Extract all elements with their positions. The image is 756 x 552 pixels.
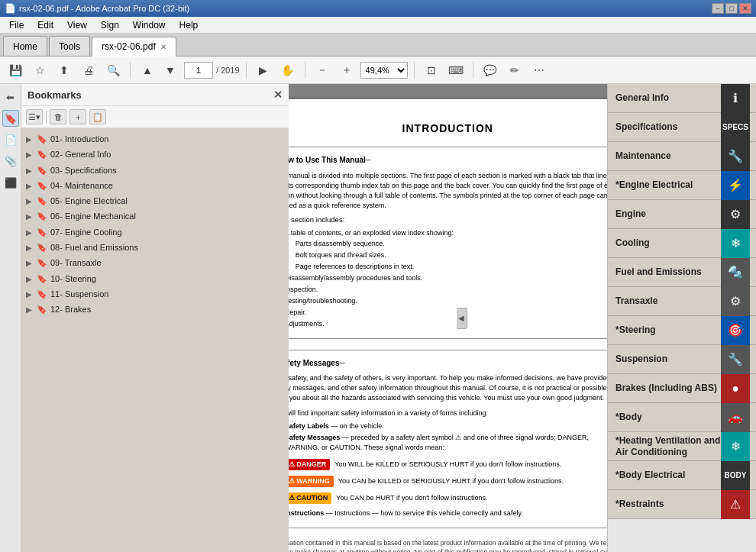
more-button[interactable]: ⋯	[528, 60, 550, 80]
sidebar-attach-button[interactable]: 📎	[2, 153, 19, 169]
warning-text: You CAN be KILLED or SERIOUSLY HURT if y…	[338, 476, 564, 486]
right-section-suspension[interactable]: Suspension 🔧	[608, 345, 756, 374]
title-bar-controls[interactable]: – □ ✕	[712, 3, 751, 14]
right-section-maintenance[interactable]: Maintenance 🔧	[608, 142, 756, 171]
print-button[interactable]: 🖨	[78, 60, 99, 80]
sidebar-bookmark-button[interactable]: 🔖	[2, 110, 19, 127]
how-to-use-box: ─How to Use This Manual─ This manual is …	[289, 147, 608, 339]
prev-page-button[interactable]: ▲	[137, 60, 158, 80]
bookmarks-close-button[interactable]: ✕	[273, 89, 283, 101]
sidebar-layers-button[interactable]: ⬛	[2, 174, 19, 191]
bm-properties-button[interactable]: 📋	[89, 109, 106, 124]
menu-sign[interactable]: Sign	[95, 18, 125, 32]
bookmark-item-4[interactable]: ▶ 🔖 04- Maintenance	[21, 178, 289, 193]
tab-tools-label: Tools	[59, 41, 80, 52]
sidebar-pages-button[interactable]: 📄	[2, 131, 19, 148]
sidebar: ⬅ 🔖 📄 📎 ⬛ Bookmarks ✕ ☰▾ 🗑 ＋ 📋 ▶ 🔖 01	[0, 84, 289, 552]
bookmark-item-5[interactable]: ▶ 🔖 05- Engine Electrical	[21, 193, 289, 208]
bm-item-label: 03- Specifications	[50, 165, 117, 176]
bookmark-item-7[interactable]: ▶ 🔖 07- Engine Cooling	[21, 224, 289, 240]
right-section-transaxle[interactable]: Transaxle ⚙	[608, 287, 756, 316]
next-page-button[interactable]: ▼	[160, 60, 181, 80]
save-button[interactable]: 💾	[5, 60, 26, 80]
menu-bar: File Edit View Sign Window Help	[0, 17, 756, 34]
select-tool-button[interactable]: ▶	[253, 60, 274, 80]
bm-chevron: ▶	[26, 212, 34, 221]
bm-bookmark-icon: 🔖	[37, 274, 47, 284]
tab-bar: Home Tools rsx-02-06.pdf ✕	[0, 34, 756, 56]
zoom-select[interactable]: 49,4% 25% 50% 75% 100% 150% 200%	[360, 62, 408, 79]
bm-add-button[interactable]: ＋	[69, 109, 86, 124]
rotate-button[interactable]: ⌨	[445, 60, 467, 80]
tab-home[interactable]: Home	[3, 36, 47, 56]
bookmark-button[interactable]: ☆	[29, 60, 50, 80]
menu-window[interactable]: Window	[127, 18, 172, 32]
close-button[interactable]: ✕	[739, 3, 751, 14]
menu-file[interactable]: File	[3, 18, 30, 32]
right-section-label-steering: *Steering	[608, 324, 721, 335]
bookmark-item-3[interactable]: ▶ 🔖 03- Specifications	[21, 163, 289, 178]
bm-item-label: 07- Engine Cooling	[50, 227, 122, 237]
right-section-brakes[interactable]: Brakes (Including ABS) ●	[608, 374, 756, 403]
fit-page-button[interactable]: ⊡	[421, 60, 442, 80]
right-section-label-brakes: Brakes (Including ABS)	[608, 383, 721, 393]
right-section-engine[interactable]: Engine ⚙	[608, 200, 756, 229]
right-section-body[interactable]: *Body 🚗	[608, 403, 756, 432]
zoom-out-button[interactable]: －	[312, 60, 333, 80]
maximize-button[interactable]: □	[725, 3, 738, 14]
page-number-input[interactable]	[184, 62, 213, 79]
app-icon: 📄	[5, 3, 16, 14]
bm-item-label: 02- General Info	[50, 149, 111, 160]
menu-help[interactable]: Help	[173, 18, 205, 32]
section-item-3: Inspection.	[289, 285, 608, 295]
bookmark-item-11[interactable]: ▶ 🔖 11- Suspension	[21, 286, 289, 302]
tab-pdf[interactable]: rsx-02-06.pdf ✕	[92, 37, 176, 56]
right-section-icon-fuel-emissions: 🔩	[721, 258, 750, 287]
bookmark-item-10[interactable]: ▶ 🔖 10- Steering	[21, 271, 289, 286]
bm-item-label: 11- Suspension	[50, 289, 108, 299]
right-section-engine-electrical[interactable]: *Engine Electrical ⚡	[608, 171, 756, 200]
hand-tool-button[interactable]: ✋	[277, 60, 299, 80]
safety-labels-group: ⚠ DANGER You WILL be KILLED or SERIOUSLY…	[289, 457, 608, 505]
pdf-viewer[interactable]: INTRODUCTION ─How to Use This Manual─ Th…	[289, 84, 608, 552]
minimize-button[interactable]: –	[712, 3, 724, 14]
right-section-restraints[interactable]: *Restraints ⚠	[608, 490, 756, 519]
right-section-icon-suspension: 🔧	[721, 345, 750, 374]
bookmark-item-1[interactable]: ▶ 🔖 01- Introduction	[21, 131, 289, 147]
menu-view[interactable]: View	[61, 18, 93, 32]
section-subitem-3: Page references to descriptions in text.	[296, 262, 607, 272]
right-section-specifications[interactable]: Specifications SPECS	[608, 113, 756, 142]
bm-chevron: ▶	[26, 244, 34, 252]
menu-edit[interactable]: Edit	[31, 18, 60, 32]
right-section-cooling[interactable]: Cooling ❄	[608, 229, 756, 258]
right-section-label-restraints: *Restraints	[608, 499, 721, 509]
section-item-1: A table of contents, or an exploded view…	[289, 228, 608, 271]
highlight-button[interactable]: ✏	[504, 60, 525, 80]
bookmark-item-2[interactable]: ▶ 🔖 02- General Info	[21, 147, 289, 162]
sidebar-collapse-button[interactable]: ◀	[457, 308, 467, 329]
right-section-hvac[interactable]: *Heating Ventilation and Air Conditionin…	[608, 432, 756, 461]
how-to-use-text: This manual is divided into multiple sec…	[289, 171, 608, 211]
bookmark-item-6[interactable]: ▶ 🔖 06- Engine Mechanical	[21, 208, 289, 224]
section-subitem-2: Bolt torques and thread sizes.	[296, 250, 607, 260]
right-section-label-body: *Body	[608, 412, 721, 422]
right-section-steering[interactable]: *Steering 🎯	[608, 316, 756, 345]
right-section-label-engine-electrical: *Engine Electrical	[608, 179, 721, 190]
bm-delete-button[interactable]: 🗑	[50, 109, 66, 124]
bookmark-item-9[interactable]: ▶ 🔖 09- Transaxle	[21, 255, 289, 270]
upload-button[interactable]: ⬆	[53, 60, 75, 80]
tab-close-icon[interactable]: ✕	[160, 43, 166, 51]
bookmark-item-12[interactable]: ▶ 🔖 12- Brakes	[21, 302, 289, 317]
sidebar-icon-strip: ⬅ 🔖 📄 📎 ⬛	[0, 84, 21, 552]
safety-title: ─Safety Messages─	[289, 358, 608, 370]
tab-tools[interactable]: Tools	[49, 36, 90, 56]
right-section-body-electrical[interactable]: *Body Electrical BODY	[608, 461, 756, 490]
sidebar-nav-button[interactable]: ⬅	[2, 89, 19, 105]
right-section-fuel-emissions[interactable]: Fuel and Emissions 🔩	[608, 258, 756, 287]
zoom-in-button[interactable]: ＋	[336, 60, 357, 80]
bookmark-item-8[interactable]: ▶ 🔖 08- Fuel and Emissions	[21, 240, 289, 255]
right-section-general-info[interactable]: General Info ℹ	[608, 84, 756, 113]
comment-button[interactable]: 💬	[480, 60, 501, 80]
bm-menu-button[interactable]: ☰▾	[26, 109, 43, 124]
search-button[interactable]: 🔍	[102, 60, 124, 80]
